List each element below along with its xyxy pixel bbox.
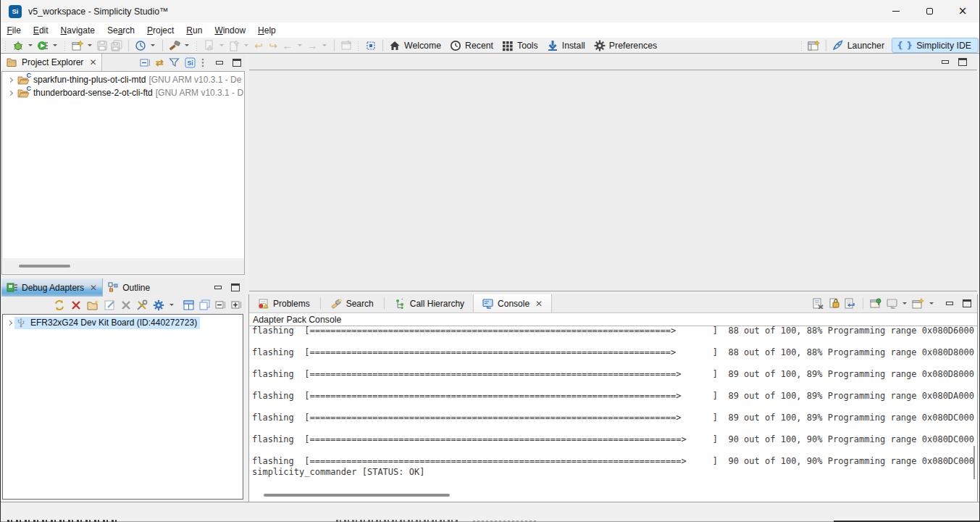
- tree-item-efr32-board[interactable]: EFR32xG24 Dev Kit Board (ID:440272723): [3, 316, 243, 329]
- launcher-perspective-button[interactable]: Launcher: [847, 41, 884, 51]
- view-as-table-icon[interactable]: [183, 300, 194, 310]
- filter-icon[interactable]: [169, 57, 180, 67]
- pin-console-icon[interactable]: [870, 298, 881, 309]
- adapter-tools-icon[interactable]: [136, 299, 148, 311]
- tab-call-hierarchy[interactable]: Call Hierarchy: [386, 294, 473, 312]
- redo-arrow-icon[interactable]: ↪: [267, 39, 280, 51]
- run-dropdown[interactable]: [53, 44, 57, 46]
- flash-programmer-icon[interactable]: [365, 39, 377, 51]
- simplicity-ide-perspective-button[interactable]: { } Simplicity IDE: [892, 38, 979, 53]
- tab-console[interactable]: Console ✕: [473, 294, 552, 312]
- run-icon[interactable]: [37, 39, 49, 51]
- build-all-dropdown[interactable]: [151, 44, 155, 46]
- minimize-view-icon[interactable]: [214, 286, 222, 289]
- close-project-explorer-icon[interactable]: ✕: [89, 57, 96, 67]
- open-console-icon[interactable]: [912, 298, 924, 309]
- tab-project-explorer[interactable]: Project Explorer ✕: [1, 54, 102, 71]
- menu-edit[interactable]: Edit: [27, 24, 54, 37]
- minimize-button[interactable]: [879, 0, 913, 22]
- open-perspective-icon[interactable]: [808, 39, 820, 51]
- preferences-gear-icon[interactable]: [593, 39, 606, 51]
- maximize-view-icon[interactable]: [231, 283, 240, 291]
- tab-debug-adapters[interactable]: Debug Adapters ✕: [1, 278, 103, 297]
- expand-all-icon[interactable]: [231, 299, 242, 310]
- close-button[interactable]: ×: [946, 0, 979, 22]
- rename-icon[interactable]: [104, 299, 116, 311]
- welcome-button[interactable]: Welcome: [404, 41, 441, 51]
- adapter-settings-dropdown[interactable]: [169, 304, 174, 306]
- menu-window[interactable]: Window: [209, 24, 252, 37]
- new-wizard-icon[interactable]: [72, 39, 84, 51]
- console-hscrollbar-thumb[interactable]: [264, 494, 450, 497]
- export-icon[interactable]: [228, 39, 240, 51]
- last-edit-icon[interactable]: [340, 39, 353, 51]
- collapse-all-icon[interactable]: [140, 57, 151, 68]
- install-download-icon[interactable]: [546, 39, 558, 51]
- menu-navigate[interactable]: Navigate: [54, 24, 101, 37]
- forward-dropdown[interactable]: [322, 44, 327, 46]
- scroll-lock-icon[interactable]: [829, 298, 839, 309]
- save-icon[interactable]: [96, 39, 109, 51]
- copy-view-icon[interactable]: [199, 299, 210, 310]
- expand-chevron-icon[interactable]: [8, 77, 13, 82]
- build-dropdown[interactable]: [185, 44, 189, 46]
- forward-icon[interactable]: →: [306, 39, 319, 51]
- debug-icon[interactable]: [12, 39, 25, 51]
- maximize-editor-icon[interactable]: [958, 58, 967, 66]
- preferences-button[interactable]: Preferences: [609, 41, 657, 51]
- back-dropdown[interactable]: [298, 44, 302, 46]
- new-wizard-dropdown[interactable]: [88, 44, 92, 46]
- close-console-icon[interactable]: ✕: [535, 299, 543, 309]
- adapter-settings-gear-icon[interactable]: [153, 299, 164, 311]
- menu-search[interactable]: Search: [101, 24, 141, 37]
- welcome-home-icon[interactable]: [389, 39, 401, 51]
- tree-item-thunderboard[interactable]: C thunderboard-sense-2-ot-cli-ftd [GNU A…: [2, 86, 244, 99]
- menu-help[interactable]: Help: [252, 24, 282, 37]
- import-dropdown[interactable]: [219, 44, 224, 46]
- console-vscrollbar-thumb[interactable]: [973, 446, 975, 479]
- tab-problems[interactable]: Problems: [249, 294, 319, 312]
- launcher-rocket-icon[interactable]: [832, 39, 844, 51]
- build-icon[interactable]: [169, 39, 181, 51]
- recent-button[interactable]: Recent: [465, 41, 493, 51]
- tree-item-sparkfun[interactable]: C sparkfun-thing-plus-ot-cli-mtd [GNU AR…: [2, 73, 244, 86]
- minimize-editor-icon[interactable]: [942, 60, 949, 64]
- undo-arrow-icon[interactable]: ↩: [253, 39, 265, 51]
- tab-outline[interactable]: Outline: [103, 278, 155, 297]
- project-explorer-hscrollbar[interactable]: [3, 258, 245, 273]
- export-dropdown[interactable]: [244, 44, 248, 46]
- maximize-button[interactable]: [913, 0, 946, 22]
- refresh-icon[interactable]: [54, 299, 65, 311]
- build-all-icon[interactable]: [135, 39, 147, 51]
- console-output[interactable]: flashing [==============================…: [252, 326, 975, 491]
- display-console-icon[interactable]: [887, 299, 897, 309]
- new-group-folder-icon[interactable]: [87, 300, 99, 310]
- minimize-view-icon[interactable]: [216, 61, 223, 65]
- save-all-icon[interactable]: [111, 39, 123, 51]
- clear-console-icon[interactable]: [812, 298, 824, 309]
- disconnect-icon[interactable]: [70, 299, 82, 311]
- display-console-dropdown[interactable]: [902, 302, 907, 304]
- link-editor-icon[interactable]: ⇄: [156, 57, 164, 68]
- view-menu-icon[interactable]: [201, 57, 205, 68]
- close-debug-adapters-icon[interactable]: ✕: [90, 283, 97, 293]
- back-icon[interactable]: ←: [282, 39, 294, 51]
- menu-run[interactable]: Run: [180, 24, 209, 37]
- minimize-console-icon[interactable]: [946, 302, 953, 305]
- debug-dropdown[interactable]: [28, 44, 33, 46]
- expand-chevron-icon[interactable]: [7, 320, 12, 325]
- menu-project[interactable]: Project: [141, 24, 180, 37]
- import-icon[interactable]: [204, 39, 216, 51]
- open-console-dropdown[interactable]: [929, 302, 934, 304]
- expand-chevron-icon[interactable]: [8, 90, 13, 95]
- recent-clock-icon[interactable]: [450, 39, 462, 51]
- tab-search[interactable]: Search: [322, 294, 382, 312]
- collapse-all-icon[interactable]: [215, 299, 226, 310]
- menu-file[interactable]: File: [1, 24, 27, 37]
- install-button[interactable]: Install: [562, 41, 585, 51]
- maximize-view-icon[interactable]: [233, 59, 241, 67]
- maximize-console-icon[interactable]: [963, 299, 971, 307]
- delete-icon[interactable]: [121, 300, 131, 310]
- tools-grid-icon[interactable]: [502, 39, 514, 51]
- word-wrap-icon[interactable]: [845, 298, 856, 309]
